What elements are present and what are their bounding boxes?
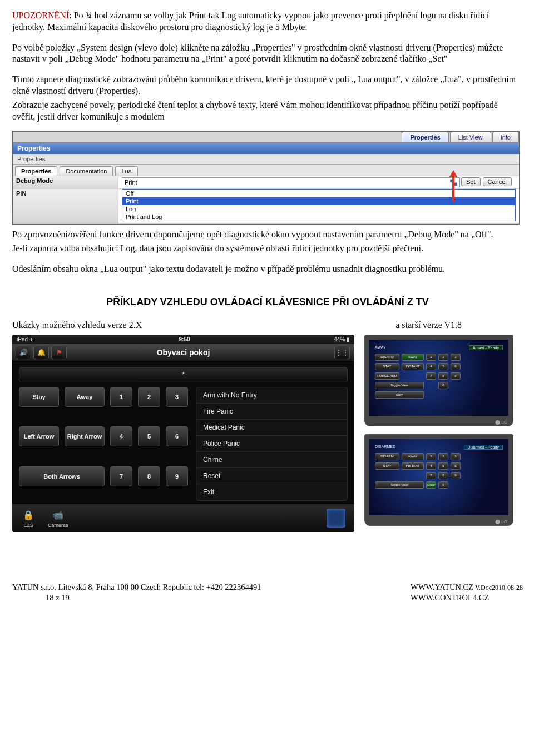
key-1[interactable]: 1 xyxy=(110,387,132,407)
caption-left: Ukázky možného vzhledu verze 2.X xyxy=(12,320,142,330)
cancel-button[interactable]: Cancel xyxy=(483,177,512,186)
keypad-display: * xyxy=(19,367,348,382)
top-tabbar: Properties List View Info xyxy=(13,132,519,143)
monitor2-grid: DISARM AWAY 1 2 3 STAY INSTANT 4 5 6 7 8… xyxy=(375,453,503,489)
key-4[interactable]: 4 xyxy=(110,426,132,446)
room-title: Obyvaci pokoj xyxy=(157,348,210,357)
speaker-icon[interactable]: 🔊 xyxy=(16,346,31,359)
key-left-arrow[interactable]: Left Arrow xyxy=(19,426,59,446)
key-right-arrow[interactable]: Right Arrow xyxy=(65,426,105,446)
key-3[interactable]: 3 xyxy=(166,387,188,407)
paragraph: Po volbě položky „System design (vlevo d… xyxy=(12,42,523,66)
properties-panel-screenshot: Properties List View Info Properties Pro… xyxy=(12,131,520,225)
ipad-topbar: 🔊 🔔 ⚑ Obyvaci pokoj ⋮⋮ xyxy=(12,344,354,361)
keypad-grid: Stay Away 1 2 3 Left Arrow Right Arrow 4… xyxy=(19,387,188,501)
menu-exit[interactable]: Exit xyxy=(196,484,347,500)
callout-arrow-icon xyxy=(452,172,454,202)
subtab-lua[interactable]: Lua xyxy=(115,166,137,176)
option-log[interactable]: Log xyxy=(122,205,515,213)
dock-ezs[interactable]: 🔒 EZS xyxy=(21,508,36,528)
key-5[interactable]: 5 xyxy=(138,426,160,446)
key-2[interactable]: 2 xyxy=(138,387,160,407)
warning-paragraph: UPOZORNĚNÍ: Po ¾ hod záznamu se volby ja… xyxy=(12,10,523,33)
menu-police-panic[interactable]: Police Panic xyxy=(196,436,347,452)
debug-mode-dropdown[interactable]: Off Print Log Print and Log xyxy=(122,189,516,221)
monitor1-grid: DISARM AWAY 1 2 3 STAY INSTANT 4 5 6 FOR… xyxy=(375,354,503,399)
key-away[interactable]: Away xyxy=(65,387,105,407)
subtab-properties[interactable]: Properties xyxy=(15,166,57,176)
tab-list-view[interactable]: List View xyxy=(450,132,491,142)
debug-mode-select[interactable]: Print ▀▄ xyxy=(122,177,460,187)
control4-logo-icon[interactable] xyxy=(327,509,345,528)
section-heading: PŘÍKLADY VZHLEDU OVLÁDACÍ KLÁVESNICE PŘI… xyxy=(12,296,523,308)
key-6[interactable]: 6 xyxy=(166,426,188,446)
menu-reset[interactable]: Reset xyxy=(196,468,347,484)
option-print[interactable]: Print xyxy=(122,197,515,205)
paragraph: Odesláním obsahu okna „Lua output" jako … xyxy=(12,263,523,275)
caption-right: a starší verze V1.8 xyxy=(395,320,462,330)
paragraph: Po zprovoznění/ověření funkce driveru do… xyxy=(12,229,523,255)
key-8[interactable]: 8 xyxy=(138,466,160,486)
lock-icon: 🔒 xyxy=(21,508,36,523)
key-stay[interactable]: Stay xyxy=(19,387,59,407)
sub-tabbar: Properties Documentation Lua xyxy=(13,165,519,176)
lg-logo: ⬤ LG xyxy=(495,420,507,425)
keypad-icon[interactable]: ⋮⋮ xyxy=(334,346,350,359)
panel-subtitle: Properties xyxy=(13,154,519,165)
row-label-pin: PIN xyxy=(13,189,118,224)
key-both-arrows[interactable]: Both Arrows xyxy=(19,466,105,486)
page-footer: YATUN s.r.o. Litevská 8, Praha 100 00 Cz… xyxy=(12,582,523,604)
dock-cameras[interactable]: 📹 Cameras xyxy=(48,508,68,528)
monitor-disarmed-screenshot: DISARMED Disarmed - Ready DISARM AWAY 1 … xyxy=(364,434,513,526)
bell-icon[interactable]: 🔔 xyxy=(33,346,49,359)
tab-properties[interactable]: Properties xyxy=(402,132,448,142)
row-label-debug-mode: Debug Mode xyxy=(13,176,118,189)
menu-medical-panic[interactable]: Medical Panic xyxy=(196,420,347,436)
subtab-documentation[interactable]: Documentation xyxy=(60,166,113,176)
lg-logo: ⬤ LG xyxy=(495,519,507,524)
alert-icon[interactable]: ⚑ xyxy=(51,346,67,359)
action-menu: Arm with No Entry Fire Panic Medical Pan… xyxy=(196,387,348,501)
monitor-armed-screenshot: AWAY Armed - Ready DISARM AWAY 1 2 3 STA… xyxy=(364,335,513,426)
menu-arm-no-entry[interactable]: Arm with No Entry xyxy=(196,387,347,404)
option-print-and-log[interactable]: Print and Log xyxy=(122,213,515,221)
warning-label: UPOZORNĚNÍ xyxy=(12,11,69,20)
camera-icon: 📹 xyxy=(51,508,65,523)
properties-grid: Debug Mode Print ▀▄ Set Cancel PIN Off P… xyxy=(13,176,519,224)
option-off[interactable]: Off xyxy=(122,190,515,197)
ipad-keypad-screenshot: iPad ᯤ 9:50 44% ▮ 🔊 🔔 ⚑ Obyvaci pokoj ⋮⋮… xyxy=(12,335,354,532)
ipad-dock: 🔒 EZS 📹 Cameras xyxy=(12,504,354,532)
tab-info[interactable]: Info xyxy=(492,132,519,142)
ipad-status-bar: iPad ᯤ 9:50 44% ▮ xyxy=(12,335,354,344)
menu-fire-panic[interactable]: Fire Panic xyxy=(196,404,347,420)
menu-chime[interactable]: Chime xyxy=(196,452,347,468)
set-button[interactable]: Set xyxy=(461,177,481,186)
panel-title: Properties xyxy=(13,143,519,154)
key-9[interactable]: 9 xyxy=(166,466,188,486)
paragraph: Tímto zapnete diagnostické zobrazování p… xyxy=(12,74,523,122)
key-7[interactable]: 7 xyxy=(110,466,132,486)
